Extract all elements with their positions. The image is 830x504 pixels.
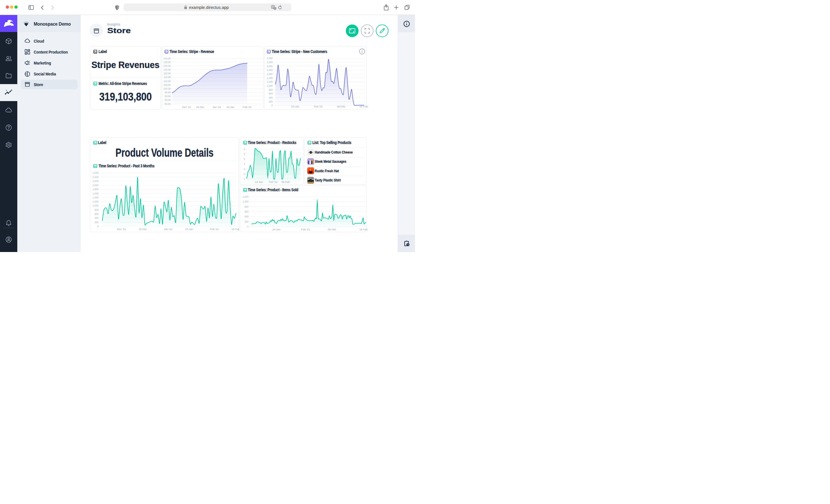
svg-text:105.0K: 105.0K	[163, 83, 171, 87]
svg-text:1,200: 1,200	[93, 200, 99, 203]
svg-text:Jan '22: Jan '22	[164, 228, 172, 231]
svg-text:115.0K: 115.0K	[163, 76, 171, 79]
svg-text:6: 6	[244, 148, 245, 150]
svg-text:1,000: 1,000	[266, 85, 273, 87]
svg-text:文: 文	[274, 7, 276, 9]
svg-text:85.0K: 85.0K	[165, 99, 171, 101]
svg-text:2,400: 2,400	[93, 176, 99, 178]
svg-text:600: 600	[245, 210, 248, 213]
svg-text:2,200: 2,200	[93, 180, 99, 182]
svg-text:4: 4	[244, 162, 245, 165]
svg-text:600: 600	[95, 212, 99, 215]
svg-text:120.0K: 120.0K	[163, 72, 171, 75]
svg-text:400: 400	[268, 96, 273, 99]
svg-text:Feb '22: Feb '22	[301, 228, 310, 231]
svg-text:2,600: 2,600	[93, 171, 99, 174]
svg-text:15 Feb: 15 Feb	[231, 228, 239, 231]
svg-text:400: 400	[245, 215, 248, 218]
svg-text:200: 200	[268, 100, 273, 103]
svg-text:80.0K: 80.0K	[165, 103, 171, 105]
svg-text:24 Jan: 24 Jan	[272, 228, 280, 231]
svg-text:2,000: 2,000	[93, 184, 99, 187]
svg-text:16 Feb: 16 Feb	[359, 228, 368, 231]
svg-text:15 Dec: 15 Dec	[196, 105, 204, 108]
svg-text:110.0K: 110.0K	[163, 80, 171, 83]
svg-text:140.0K: 140.0K	[163, 57, 171, 60]
svg-text:800: 800	[245, 205, 248, 208]
svg-text:Jan '22: Jan '22	[213, 105, 221, 108]
svg-text:1,000: 1,000	[93, 204, 99, 207]
svg-text:95.0K: 95.0K	[165, 91, 171, 94]
svg-text:135.0K: 135.0K	[163, 61, 171, 64]
svg-text:130.0K: 130.0K	[163, 65, 171, 67]
svg-text:1,200: 1,200	[243, 195, 248, 198]
svg-text:Dec '21: Dec '21	[182, 105, 191, 108]
svg-text:Feb '22: Feb '22	[210, 228, 219, 231]
svg-text:125.0K: 125.0K	[163, 68, 171, 71]
svg-text:2,000: 2,000	[266, 65, 273, 68]
svg-text:0: 0	[97, 225, 99, 228]
svg-text:15 Dec: 15 Dec	[139, 228, 147, 231]
svg-text:1: 1	[244, 177, 245, 180]
svg-text:0: 0	[247, 225, 248, 228]
svg-text:0: 0	[271, 104, 273, 107]
svg-text:1,200: 1,200	[266, 80, 273, 83]
svg-text:1,400: 1,400	[93, 196, 99, 199]
svg-text:2: 2	[244, 172, 245, 175]
svg-text:A: A	[272, 5, 274, 8]
svg-text:1,600: 1,600	[93, 192, 99, 195]
svg-text:200: 200	[95, 221, 99, 224]
svg-text:3: 3	[244, 168, 245, 170]
svg-text:2,400: 2,400	[266, 57, 273, 60]
svg-text:400: 400	[95, 216, 99, 220]
svg-text:1,800: 1,800	[93, 188, 99, 191]
svg-text:1,000: 1,000	[243, 200, 248, 203]
svg-text:200: 200	[245, 220, 248, 223]
svg-text:1,600: 1,600	[266, 73, 273, 75]
svg-text:800: 800	[95, 208, 99, 211]
svg-text:100.0K: 100.0K	[163, 87, 171, 90]
svg-text:Dec '21: Dec '21	[117, 228, 126, 231]
svg-text:15 Jan: 15 Jan	[185, 228, 193, 231]
svg-text:2,200: 2,200	[266, 61, 273, 64]
svg-text:1,400: 1,400	[266, 77, 273, 79]
svg-text:5: 5	[244, 153, 245, 156]
svg-text:08 Feb: 08 Feb	[328, 228, 336, 231]
svg-text:5: 5	[244, 158, 245, 160]
svg-text:600: 600	[268, 92, 273, 95]
svg-text:1,800: 1,800	[266, 69, 273, 71]
svg-text:90.0K: 90.0K	[165, 95, 171, 98]
svg-text:15 Jan: 15 Jan	[226, 105, 234, 108]
svg-text:Feb '22: Feb '22	[243, 105, 251, 108]
svg-text:800: 800	[268, 89, 273, 91]
